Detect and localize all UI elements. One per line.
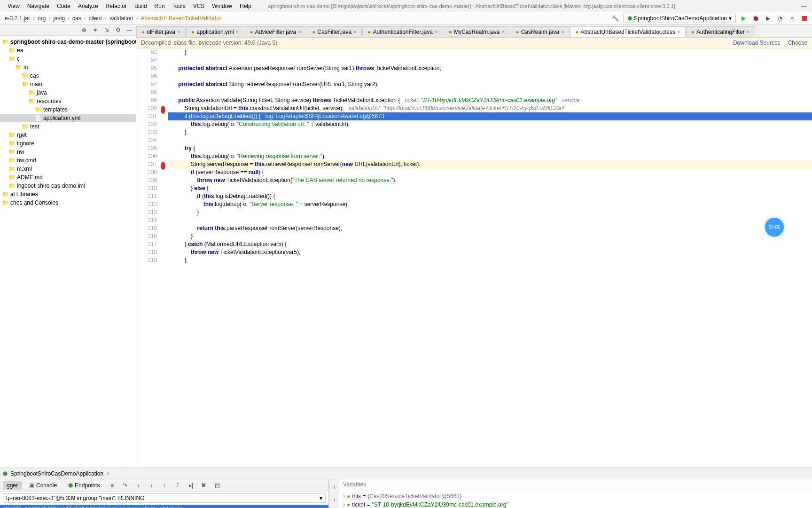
stop-icon[interactable]	[800, 14, 809, 23]
folder-icon: 📁	[35, 106, 41, 113]
close-icon[interactable]: ×	[561, 29, 564, 35]
crumb[interactable]: jasig	[51, 15, 67, 22]
tree-node[interactable]: 📄application.yml	[0, 114, 136, 122]
tree-node[interactable]: 📁resources	[0, 97, 136, 105]
variable-row[interactable]: › ● this = {Cas20ServiceTicketValidator@…	[343, 492, 808, 500]
menu-item[interactable]: View	[4, 3, 23, 9]
editor-tab[interactable]: ●AbstractUrlBasedTicketValidator.class×	[570, 26, 686, 37]
frames-layout-icon[interactable]: ≡	[107, 481, 117, 490]
tree-label: tignore	[17, 140, 34, 147]
menu-item[interactable]: Run	[151, 3, 169, 9]
crumb[interactable]: cas	[70, 15, 83, 22]
nav-down-icon[interactable]: ↓	[330, 494, 339, 504]
expand-icon[interactable]: ›	[343, 501, 345, 508]
tree-node[interactable]: 📁al Libraries	[0, 190, 136, 198]
tree-node[interactable]: 📁ingboot-shiro-cas-demo.iml	[0, 182, 136, 190]
choose-sources-link[interactable]: Choose	[788, 40, 807, 46]
hammer-icon[interactable]: 🔨	[611, 14, 620, 23]
debugger-tab[interactable]: gger	[3, 481, 22, 490]
endpoints-tab[interactable]: ⬢Endpoints	[64, 481, 103, 490]
expand-icon[interactable]: ›	[343, 493, 345, 500]
tree-node[interactable]: 📁cas	[0, 71, 136, 80]
step-into-icon[interactable]: ↓	[133, 481, 143, 490]
debug-session-name[interactable]: SpringbootShiroCasDemoApplication	[10, 470, 103, 477]
tree-node[interactable]: 📁ea	[0, 46, 136, 55]
download-sources-link[interactable]: Download Sources	[733, 40, 781, 46]
menu-item[interactable]: Navigate	[23, 3, 53, 9]
menu-item[interactable]: Code	[53, 3, 74, 9]
attach-icon[interactable]: ⎋	[788, 14, 797, 23]
thread-selector[interactable]: tp-nio-8083-exec-3"@5,339 in group "main…	[3, 493, 326, 503]
tree-node[interactable]: 📁m.xml	[0, 165, 136, 173]
code-area[interactable]: } protected abstract Assertion parseResp…	[168, 48, 812, 468]
step-out-icon[interactable]: ↑	[160, 481, 169, 490]
locate-icon[interactable]: ⊕	[79, 25, 89, 35]
editor-tab[interactable]: ●AuthenticatingFilter×	[686, 26, 755, 37]
close-session-icon[interactable]: ×	[106, 470, 109, 477]
menu-item[interactable]: Analyze	[74, 3, 102, 9]
tree-node[interactable]: 📁ADME.md	[0, 173, 136, 182]
menu-item[interactable]: Refactor	[102, 3, 131, 9]
tree-node[interactable]: 📁nw	[0, 148, 136, 156]
tree-node[interactable]: 📁ches and Consoles	[0, 198, 136, 207]
expand-icon[interactable]: ✶	[91, 25, 100, 35]
menu-item[interactable]: Build	[131, 3, 151, 9]
editor-tab[interactable]: ●MyCasRealm.java×	[444, 26, 510, 37]
debug-icon[interactable]: 🐞	[751, 14, 760, 23]
close-icon[interactable]: ×	[747, 29, 750, 35]
tree-node[interactable]: 📁springboot-shiro-cas-demo-master [sprin…	[0, 38, 136, 46]
editor-tab[interactable]: ●AdviceFilter.java×	[245, 26, 307, 37]
close-icon[interactable]: ×	[502, 29, 505, 35]
editor-tab[interactable]: ●olFilter.java×	[136, 26, 186, 37]
editor-tab[interactable]: ●CasFilter.java×	[307, 26, 362, 37]
tree-node[interactable]: 📁java	[0, 88, 136, 97]
tree-node[interactable]: 📁rget	[0, 131, 136, 139]
editor-tab[interactable]: ●CasRealm.java×	[511, 26, 570, 37]
close-icon[interactable]: ×	[677, 29, 680, 35]
profile-icon[interactable]: ◔	[775, 14, 785, 23]
crumb[interactable]: AbstractUrlBasedTicketValidator	[139, 15, 223, 22]
tree-node[interactable]: 📁templates	[0, 105, 136, 114]
tree-node[interactable]: 📁test	[0, 122, 136, 131]
crumb[interactable]: validation	[108, 15, 135, 22]
breakpoint-gutter[interactable]	[160, 48, 168, 468]
menu-item[interactable]: Tools	[169, 3, 189, 9]
crumb[interactable]: org	[36, 15, 47, 22]
tree-node[interactable]: 📁in	[0, 63, 136, 71]
evaluate-icon[interactable]: 🖩	[199, 481, 209, 490]
close-icon[interactable]: ×	[236, 29, 239, 35]
editor-tab[interactable]: ●AuthenticationFilter.java×	[362, 26, 443, 37]
tree-node[interactable]: 📁c	[0, 55, 136, 63]
close-icon[interactable]: ×	[435, 29, 438, 35]
menu-item[interactable]: VCS	[189, 3, 209, 9]
hide-icon[interactable]: —	[125, 25, 134, 35]
editor-tab[interactable]: ●application.yml×	[186, 26, 244, 37]
settings-icon[interactable]: ⚙	[113, 25, 123, 35]
crumb[interactable]: e-3.2.1.jar	[3, 15, 32, 22]
step-over-icon[interactable]: ↷	[120, 481, 130, 490]
close-icon[interactable]: ×	[177, 29, 180, 35]
run-config-combo[interactable]: ⬢ SpringbootShiroCasDemoApplication ▾	[623, 14, 736, 23]
console-tab[interactable]: ▣Console	[25, 481, 61, 490]
variable-row[interactable]: › ● ticket = "ST-10-byqkdEvMkCZaY2iU39mc…	[343, 500, 808, 508]
minimize-icon[interactable]: —	[799, 1, 808, 11]
collapse-icon[interactable]: ⇲	[102, 25, 111, 35]
run-icon[interactable]: ▶	[739, 14, 748, 23]
stack-frame[interactable]: ate:201, AbstractUrlBasedTicketValidator…	[0, 505, 328, 508]
run-to-cursor-icon[interactable]: ▸|	[186, 481, 195, 490]
force-step-into-icon[interactable]: ↓	[147, 481, 156, 490]
tree-node[interactable]: 📁nw.cmd	[0, 156, 136, 165]
menu-item[interactable]: Help	[236, 3, 255, 9]
menu-item[interactable]: Window	[208, 3, 236, 9]
tree-node[interactable]: 📁tignore	[0, 139, 136, 148]
trace-icon[interactable]: ▤	[212, 481, 222, 490]
crumb[interactable]: client	[87, 15, 104, 22]
close-icon[interactable]: ×	[298, 29, 301, 35]
line-gutter[interactable]: 9394959697989910010110210310410510610710…	[136, 48, 160, 468]
drop-frame-icon[interactable]: ⤴	[173, 481, 182, 490]
tree-node[interactable]: 📁main	[0, 80, 136, 88]
tree-label: al Libraries	[10, 191, 38, 198]
coverage-icon[interactable]: ▶	[763, 14, 773, 23]
close-icon[interactable]: ×	[353, 29, 357, 35]
nav-up-icon[interactable]: ↑	[330, 482, 339, 492]
